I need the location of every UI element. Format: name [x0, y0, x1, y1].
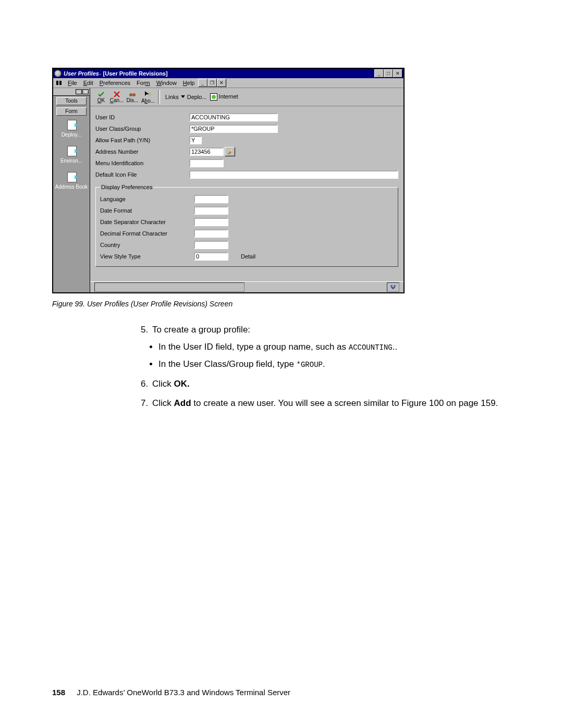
label-menu-id: Menu Identification	[95, 161, 189, 166]
titlebar: User Profiles - [User Profile Revisions]…	[53, 69, 403, 78]
x-icon	[114, 91, 120, 97]
mdi-child-controls: _ ❐ ✕	[198, 79, 226, 87]
label-language: Language	[100, 196, 194, 202]
date-sep-field[interactable]	[194, 218, 228, 226]
sidebar-top-controls: ▭ ✕	[53, 88, 90, 96]
svg-marker-8	[228, 151, 231, 154]
language-field[interactable]	[194, 195, 228, 203]
date-format-field[interactable]	[194, 206, 228, 215]
about-button[interactable]: ? Abo...	[140, 91, 156, 104]
sidebar-item-address-book[interactable]: Address Book	[53, 169, 90, 195]
label-date-format: Date Format	[100, 208, 194, 214]
menu-window[interactable]: Window	[153, 79, 180, 87]
status-cell	[94, 282, 244, 292]
user-id-field[interactable]	[189, 113, 278, 121]
step-7: 7.Click Add to create a new user. You wi…	[141, 396, 511, 410]
menu-file[interactable]: File	[65, 79, 80, 87]
page-footer: 158 J.D. Edwards’ OneWorld B73.3 and Win…	[52, 688, 290, 697]
menu-help[interactable]: Help	[180, 79, 198, 87]
status-network-icon	[387, 282, 399, 292]
maximize-button[interactable]: □	[384, 69, 393, 78]
check-icon	[97, 91, 105, 97]
display-preferences-group: Display Preferences Language Date Format…	[95, 184, 398, 267]
sidebar-item-environ[interactable]: Environ...	[53, 143, 90, 169]
step-7-bold: Add	[174, 398, 191, 408]
content: OK Can... Dis... ? Abo... Li	[90, 88, 403, 292]
svg-rect-10	[390, 285, 393, 287]
step-5-bullet-2: In the User Class/Group field, type *GRO…	[158, 357, 511, 371]
sidebar-item-deploy[interactable]: Deploy...	[53, 117, 90, 143]
statusbar	[90, 281, 403, 292]
sidebar-tab-form[interactable]: Form	[56, 107, 87, 116]
flashlight-icon	[227, 149, 232, 154]
sidebar-close-button[interactable]: ✕	[82, 89, 89, 94]
figure-caption: Figure 99. User Profiles (User Profile R…	[52, 300, 511, 308]
app-icon	[54, 70, 62, 77]
svg-rect-9	[230, 150, 232, 151]
toolbar: OK Can... Dis... ? Abo... Li	[90, 88, 403, 106]
link-internet-label: Internet	[219, 93, 238, 100]
close-button[interactable]: ✕	[393, 69, 402, 78]
links-label: Links	[165, 94, 179, 100]
menu-edit[interactable]: Edit	[80, 79, 96, 87]
lookup-button[interactable]	[225, 147, 235, 156]
menu-preferences[interactable]: Preferences	[96, 79, 133, 87]
sidebar-item-label: Deploy...	[53, 132, 90, 138]
mdi-restore-button[interactable]: ❐	[207, 79, 217, 87]
title-sep: -	[99, 71, 101, 77]
mdi-minimize-button[interactable]: _	[198, 79, 207, 87]
label-fast-path: Allow Fast Path (Y/N)	[95, 138, 189, 143]
body-text: 5.To create a group profile: In the User…	[141, 323, 511, 410]
svg-rect-1	[59, 81, 62, 85]
svg-point-4	[129, 93, 132, 96]
svg-point-5	[132, 93, 136, 96]
cancel-button[interactable]: Can...	[109, 91, 125, 103]
step-5: 5.To create a group profile: In the User…	[141, 323, 511, 372]
chevron-down-icon[interactable]	[181, 95, 185, 98]
view-style-field[interactable]	[194, 252, 228, 261]
display-button[interactable]: Dis...	[125, 91, 140, 103]
view-style-extra: Detail	[241, 254, 255, 260]
minimize-button[interactable]: _	[374, 69, 384, 78]
binoculars-icon	[129, 91, 136, 97]
document-arrow-icon	[65, 120, 78, 130]
addr-no-field[interactable]	[189, 147, 224, 156]
book-title: J.D. Edwards’ OneWorld B73.3 and Windows…	[77, 688, 290, 697]
globe-icon	[210, 93, 217, 101]
label-country: Country	[100, 242, 194, 248]
sidebar-item-label: Environ...	[53, 158, 90, 164]
ok-button[interactable]: OK	[93, 91, 109, 103]
mdi-close-button[interactable]: ✕	[217, 79, 226, 87]
svg-rect-11	[394, 285, 396, 287]
label-user-class: User Class/Group	[95, 126, 189, 132]
dec-fmt-field[interactable]	[194, 229, 228, 238]
label-user-id: User ID	[95, 115, 189, 120]
user-class-field[interactable]	[189, 125, 278, 133]
step-6-bold: OK.	[174, 379, 190, 389]
step-5-bullet-1: In the User ID field, type a group name,…	[158, 340, 511, 354]
workspace: ▭ ✕ Tools Form Deploy... Environ...	[53, 88, 403, 292]
menu-id-field[interactable]	[189, 159, 224, 167]
link-deploy[interactable]: Deplo...	[187, 94, 207, 100]
link-internet[interactable]: Internet	[210, 93, 238, 101]
icon-file-field[interactable]	[189, 170, 398, 179]
svg-rect-0	[56, 81, 58, 85]
label-dec-fmt: Decimal Format Character	[100, 231, 194, 237]
form-area: User ID User Class/Group Allow Fast Path…	[90, 106, 403, 281]
country-field[interactable]	[194, 241, 228, 249]
app-window: User Profiles - [User Profile Revisions]…	[52, 68, 405, 293]
window-controls: _ □ ✕	[374, 69, 402, 78]
sidebar: ▭ ✕ Tools Form Deploy... Environ...	[53, 88, 90, 292]
menubar: File Edit Preferences Form Window Help _…	[53, 78, 403, 88]
fast-path-field[interactable]	[189, 136, 202, 144]
mdi-child-icon	[55, 79, 63, 87]
menu-form[interactable]: Form	[133, 79, 153, 87]
group-legend: Display Preferences	[100, 184, 153, 190]
document-arrow-icon	[65, 172, 78, 182]
sidebar-dock-button[interactable]: ▭	[76, 89, 82, 94]
sidebar-tab-tools[interactable]: Tools	[56, 97, 87, 105]
label-addr-no: Address Number	[95, 149, 189, 155]
label-date-sep: Date Separator Character	[100, 219, 194, 225]
sidebar-item-label: Address Book	[53, 184, 90, 190]
step-6: 6.Click OK.	[141, 377, 511, 391]
